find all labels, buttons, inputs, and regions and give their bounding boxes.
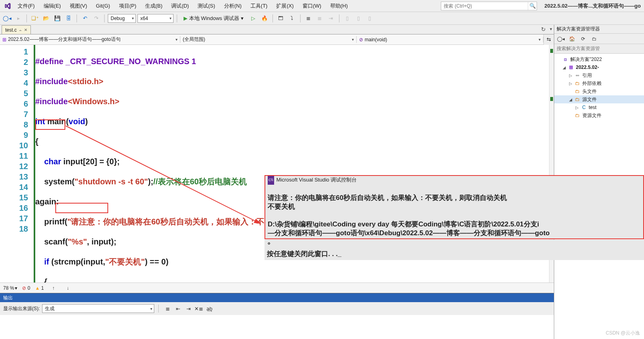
search-box[interactable]: 🔍 — [441, 2, 537, 10]
close-tab-icon[interactable]: ✕ — [24, 28, 27, 32]
editor-statusbar: 78 % ▾ ⊘ 0 ▲ 1 ↑ ↓ — [0, 282, 554, 293]
hot-reload-icon[interactable]: 🔥 — [260, 14, 269, 23]
console-tail: °按任意键关闭此窗口. . ._ — [264, 240, 644, 260]
tab-overflow-icon[interactable]: ▾ — [550, 26, 552, 32]
menu-test[interactable]: 测试(S) — [194, 2, 218, 10]
search-button[interactable]: 🔍 — [528, 2, 537, 10]
output-wrap-icon[interactable]: a͢b — [204, 304, 214, 313]
tab-label: test.c — [5, 27, 17, 33]
menu-help[interactable]: 帮助(H) — [327, 2, 351, 10]
line-gutter: 123456789101112131415161718 — [0, 45, 32, 282]
menu-ext[interactable]: 扩展(X) — [273, 2, 297, 10]
output-title: 输出 — [0, 293, 554, 302]
se-toolbar: ◯◂ 🏠 ⟳ 🗀 — [554, 34, 644, 44]
watermark: CSDN @云小逸 — [606, 330, 640, 337]
vs-console-icon: C\\ — [268, 175, 274, 185]
output-prev-icon[interactable]: ⇤ — [173, 304, 183, 313]
search-input[interactable] — [441, 3, 528, 9]
bookmark2-icon[interactable]: ▯ — [354, 14, 363, 23]
menu-debug[interactable]: 调试(D) — [168, 2, 192, 10]
nav-scope[interactable]: (全局范围) — [180, 36, 357, 43]
uncomment-icon[interactable]: ≣ — [315, 14, 325, 23]
warning-count[interactable]: ▲ 1 — [35, 285, 44, 291]
tree-headers[interactable]: 🗀头文件 — [554, 87, 644, 95]
start-debug-button[interactable]: ▶本地 Windows 调试器 ▾ — [180, 14, 247, 23]
se-back-icon[interactable]: ◯◂ — [556, 34, 565, 44]
se-title: 解决方案资源管理器 — [554, 25, 644, 34]
tree-source[interactable]: ◢🗀源文件 — [554, 95, 644, 103]
console-title: C\\ Microsoft Visual Studio 调试控制台 — [265, 176, 643, 184]
menu-bar: 文件(F) 编辑(E) 视图(V) Git(G) 项目(P) 生成(B) 调试(… — [0, 0, 644, 12]
undo-icon[interactable]: ↶ — [80, 14, 90, 23]
output-next-icon[interactable]: ⇥ — [184, 304, 193, 313]
nav-down-icon[interactable]: ↓ — [63, 283, 73, 293]
tree-extdep[interactable]: ▷🗀外部依赖 — [554, 79, 644, 87]
context-nav: ⊞2022.5.02——博客——分支和循环语句——goto语句 (全局范围) ⊘… — [0, 34, 554, 45]
open-icon[interactable]: 📂 — [41, 14, 51, 23]
se-sync-icon[interactable]: ⟳ — [578, 34, 588, 44]
bookmark-icon[interactable]: ▯ — [343, 14, 352, 23]
debug-console: C\\ Microsoft Visual Studio 调试控制台 请注意：你的… — [264, 175, 644, 239]
tab-testc[interactable]: test.c ⫠ ✕ — [2, 25, 31, 34]
save-all-icon[interactable]: 🗄 — [64, 14, 73, 23]
forward-button[interactable]: ▸ — [14, 14, 23, 23]
se-home-icon[interactable]: 🏠 — [567, 34, 577, 44]
editor-tabs: test.c ⫠ ✕ ▾ ↻ — [0, 25, 554, 34]
zoom-combo[interactable]: 78 % ▾ — [3, 285, 17, 291]
menu-file[interactable]: 文件(F) — [14, 2, 38, 10]
tree-project[interactable]: ◢⊞2022.5.02- — [554, 63, 644, 71]
new-project-icon[interactable]: ❏⁺ — [30, 14, 40, 23]
output-goto-icon[interactable]: ≣ — [163, 304, 172, 313]
main-toolbar: ◯◂ ▸ ❏⁺ 📂 💾 🗄 ↶ ↷ Debug x64 ▶本地 Windows … — [0, 12, 644, 25]
tab-reset-icon[interactable]: ↻ — [541, 26, 546, 32]
comment-icon[interactable]: ≣ — [304, 14, 313, 23]
start-nodebug-icon[interactable]: ▷ — [248, 14, 258, 23]
save-icon[interactable]: 💾 — [52, 14, 62, 23]
menu-window[interactable]: 窗口(W) — [299, 2, 325, 10]
nav-func[interactable]: ⊘main(void) — [357, 37, 543, 42]
output-source-label: 显示输出来源(S): — [3, 305, 40, 312]
step-icon[interactable]: ⤵ — [287, 14, 297, 23]
tree-solution[interactable]: ⧈解决方案"2022 — [554, 55, 644, 63]
se-showall-icon[interactable]: 🗀 — [589, 34, 599, 44]
menu-tools[interactable]: 工具(T) — [247, 2, 271, 10]
project-title: 2022.5.02——博客...支和循环语句——go — [544, 2, 641, 10]
nav-context[interactable]: ⊞2022.5.02——博客——分支和循环语句——goto语句 — [0, 36, 180, 43]
console-body: 请注意：你的电脑将在60秒后自动关机，如果输入：不要关机，则取消自动关机 不要关… — [265, 184, 643, 239]
error-count[interactable]: ⊘ 0 — [22, 285, 30, 291]
se-search[interactable]: 搜索解决方案资源管 — [554, 44, 644, 54]
menu-edit[interactable]: 编辑(E) — [40, 2, 64, 10]
menu-view[interactable]: 视图(V) — [67, 2, 90, 10]
nav-up-icon[interactable]: ↑ — [48, 283, 58, 293]
menu-analyze[interactable]: 分析(N) — [221, 2, 245, 10]
menu-git[interactable]: Git(G) — [93, 2, 113, 10]
vs-logo-icon — [3, 2, 12, 10]
output-source-combo[interactable]: 生成 — [42, 304, 154, 313]
menu-project[interactable]: 项目(P) — [116, 2, 139, 10]
nav-swap-icon[interactable]: ⇆ — [543, 34, 554, 45]
pin-icon[interactable]: ⫠ — [18, 28, 22, 32]
bookmark3-icon[interactable]: ▯ — [365, 14, 375, 23]
menu-build[interactable]: 生成(B) — [142, 2, 166, 10]
tree-file-testc[interactable]: ▷Ctest — [554, 103, 644, 111]
platform-combo[interactable]: x64 — [137, 14, 174, 23]
back-button[interactable]: ◯◂ — [2, 14, 12, 23]
indent-icon[interactable]: ⇥ — [326, 14, 336, 23]
redo-icon[interactable]: ↷ — [91, 14, 101, 23]
tree-resources[interactable]: 🗀资源文件 — [554, 111, 644, 119]
tree-references[interactable]: ▷▫▫引用 — [554, 71, 644, 79]
output-clear-icon[interactable]: ✕≣ — [194, 304, 204, 313]
output-panel: 输出 显示输出来源(S): 生成 ≣ ⇤ ⇥ ✕≣ a͢b — [0, 293, 554, 339]
browser-icon[interactable]: 🗔 — [276, 14, 286, 23]
config-combo[interactable]: Debug — [108, 14, 136, 23]
